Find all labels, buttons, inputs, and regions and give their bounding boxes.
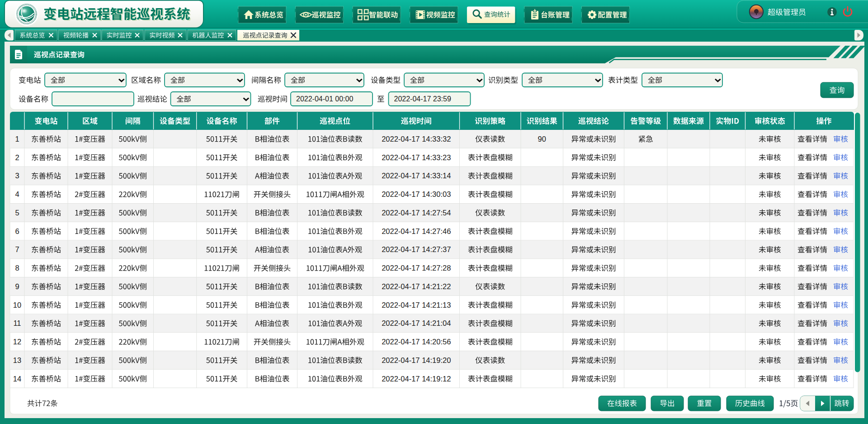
svg-text:7: 7 bbox=[15, 245, 19, 253]
svg-text:2022-04-17 14:27:28: 2022-04-17 14:27:28 bbox=[382, 264, 451, 272]
svg-text:2: 2 bbox=[15, 153, 19, 162]
svg-text:2022-04-17 14:33:23: 2022-04-17 14:33:23 bbox=[382, 153, 451, 162]
svg-text:2022-04-17 14:20:56: 2022-04-17 14:20:56 bbox=[382, 338, 451, 346]
svg-text:2022-04-17 14:19:12: 2022-04-17 14:19:12 bbox=[382, 375, 451, 383]
svg-text:2022-04-17 23:59: 2022-04-17 23:59 bbox=[394, 95, 451, 103]
svg-text:10: 10 bbox=[13, 301, 21, 309]
svg-text:2022-04-17 14:21:04: 2022-04-17 14:21:04 bbox=[382, 319, 451, 327]
svg-text:1: 1 bbox=[15, 135, 19, 143]
svg-text:2022-04-01 00:00: 2022-04-01 00:00 bbox=[296, 95, 353, 103]
svg-text:2022-04-17 14:33:32: 2022-04-17 14:33:32 bbox=[382, 135, 451, 143]
svg-text:2022-04-17 14:30:03: 2022-04-17 14:30:03 bbox=[382, 190, 451, 198]
svg-text:2022-04-17 14:27:54: 2022-04-17 14:27:54 bbox=[382, 209, 451, 217]
svg-text:3: 3 bbox=[15, 172, 19, 180]
svg-text:2022-04-17 14:27:37: 2022-04-17 14:27:37 bbox=[382, 245, 451, 253]
svg-text:4: 4 bbox=[15, 190, 19, 198]
svg-text:13: 13 bbox=[13, 356, 21, 364]
svg-text:2022-04-17 14:33:14: 2022-04-17 14:33:14 bbox=[382, 172, 451, 180]
svg-text:14: 14 bbox=[13, 375, 21, 383]
svg-text:9: 9 bbox=[15, 282, 19, 291]
svg-text:11: 11 bbox=[13, 319, 21, 327]
svg-text:2022-04-17 14:27:46: 2022-04-17 14:27:46 bbox=[382, 227, 451, 235]
svg-text:6: 6 bbox=[15, 227, 19, 235]
svg-text:2022-04-17 14:21:22: 2022-04-17 14:21:22 bbox=[382, 282, 451, 291]
svg-text:2022-04-17 14:21:13: 2022-04-17 14:21:13 bbox=[382, 301, 451, 309]
svg-text:2022-04-17 14:19:20: 2022-04-17 14:19:20 bbox=[382, 356, 451, 364]
svg-text:8: 8 bbox=[15, 264, 19, 272]
svg-text:90: 90 bbox=[538, 135, 546, 143]
svg-text:5: 5 bbox=[15, 209, 19, 217]
svg-text:12: 12 bbox=[13, 338, 21, 346]
